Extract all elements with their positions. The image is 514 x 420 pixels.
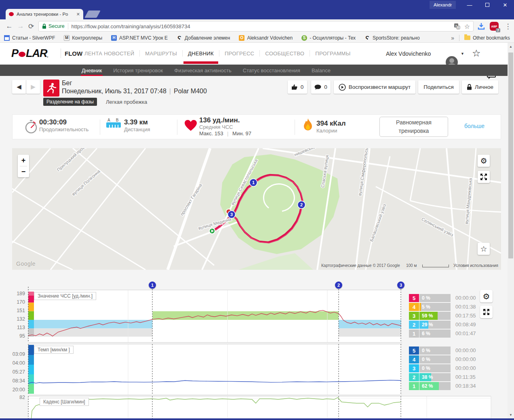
user-name[interactable]: Alex Vdovichenko — [386, 50, 431, 57]
google-logo[interactable]: Google — [16, 260, 36, 267]
bookmark-item-1[interactable]: MКонтроллеры — [64, 35, 102, 41]
refresh-button[interactable]: ⟳ — [26, 21, 36, 32]
hr-ytick: 189 — [11, 291, 25, 296]
session-device: Polar M400 — [174, 88, 207, 94]
bookmark-label: Добавление элемен — [185, 35, 230, 41]
play-circle-icon — [339, 84, 346, 91]
adblock-plus-icon[interactable]: ABP 7 — [490, 22, 499, 31]
replay-route-button[interactable]: Воспроизвести маршрут — [334, 80, 415, 94]
training-benefit-button[interactable]: Равномерная тренировка — [379, 117, 448, 137]
polar-nav-маршруты[interactable]: МАРШРУТЫ — [140, 43, 182, 64]
polar-logo[interactable]: P LAR . — [11, 47, 48, 60]
session-date-text: Понедельник, Июль 31, 2017 07:48 — [62, 88, 166, 94]
share-button[interactable]: Поделиться — [418, 80, 459, 94]
bookmark-item-5[interactable]: S- Осцилляторы - Тех — [301, 35, 356, 41]
private-button[interactable]: Личное — [462, 80, 498, 94]
phase-marker-1[interactable]: 1 — [149, 281, 156, 289]
pace-zone-row: 238 %00:11:35 — [409, 373, 480, 381]
scrollbar-thumb[interactable] — [508, 52, 513, 258]
forward-button[interactable]: → — [15, 21, 26, 32]
subnav-статус-восстановления[interactable]: Статус восстановления — [237, 65, 306, 76]
phased-target-chip: Разделение на фазы — [43, 98, 97, 106]
point-b-label: B — [116, 118, 124, 122]
phase-marker-2[interactable]: 2 — [335, 281, 342, 289]
heart-icon — [184, 120, 197, 132]
pace-zones-panel: 50 %00:00:0040 %00:00:0030 %00:00:00238 … — [409, 346, 480, 391]
svg-text:2: 2 — [300, 202, 303, 207]
previous-session-button[interactable]: ◀ — [12, 80, 26, 94]
more-link[interactable]: больше — [464, 123, 485, 129]
map-settings-button[interactable]: ⚙ — [478, 155, 490, 167]
map-zoom-control: + − — [18, 155, 29, 177]
tab-close-icon[interactable]: ✕ — [76, 12, 80, 17]
polar-nav-программы[interactable]: ПРОГРАММЫ — [310, 43, 356, 64]
browser-tab[interactable]: Анализ тренировки - Po ✕ — [6, 9, 83, 19]
replay-route-label: Воспроизвести маршрут — [349, 84, 411, 90]
scrollbar-down-arrow[interactable]: ▼ — [508, 412, 514, 418]
bookmark-item-3[interactable]: ϚДобавление элемен — [177, 35, 230, 41]
share-label: Поделиться — [423, 84, 454, 90]
chart-fullscreen-button[interactable] — [480, 306, 493, 318]
scrollbar-up-arrow[interactable]: ▲ — [508, 44, 514, 49]
bookmarks-bar: Статьи - SilverWPFMКонтроллерыHASP.NET M… — [0, 33, 514, 43]
bookmark-item-6[interactable]: ϚSportsStore: реально — [364, 35, 420, 41]
translate-icon[interactable]: a 文 — [454, 23, 460, 29]
chart-settings-button[interactable]: ⚙ — [480, 290, 493, 302]
bookmark-star-icon[interactable]: ☆ — [464, 23, 470, 30]
map-favorite-button[interactable]: ☆ — [478, 243, 490, 255]
subnav-физическая-активность[interactable]: Физическая активность — [169, 65, 237, 76]
date-device-separator: | — [166, 88, 174, 94]
map-fullscreen-button[interactable] — [478, 171, 490, 183]
zone-number-chip: 1 — [409, 382, 419, 390]
polar-nav-прогресс[interactable]: ПРОГРЕСС — [219, 43, 259, 64]
address-bar[interactable]: Secure https://flow.polar.com/training/a… — [38, 21, 474, 32]
zone-time: 00:01:38 — [455, 304, 476, 310]
zone-time: 00:00:00 — [455, 365, 476, 371]
extension-download-icon[interactable] — [477, 22, 486, 31]
pace-ytick: 03:09 — [11, 351, 25, 357]
bookmark-label: SportsStore: реально — [373, 35, 420, 41]
polar-nav-лента-новостей[interactable]: ЛЕНТА НОВОСТЕЙ — [79, 43, 139, 64]
window-close-button[interactable]: ✕ — [496, 0, 514, 10]
bookmark-item-4[interactable]: OAleksandr Vdovichen — [239, 35, 293, 41]
subnav-balance[interactable]: Balance — [306, 65, 336, 76]
hr-ytick: 151 — [11, 308, 25, 313]
polar-nav-дневник[interactable]: ДНЕВНИК — [183, 43, 219, 64]
zone-number-chip: 3 — [409, 312, 419, 320]
bookmark-item-2[interactable]: HASP.NET MVC Урок Е — [111, 35, 168, 41]
avg-hr-value: 136 уд./мин. — [199, 116, 240, 124]
phase-marker-3[interactable]: 3 — [397, 281, 404, 289]
zone-fill — [419, 303, 421, 311]
subnav-дневник[interactable]: Дневник — [76, 65, 107, 76]
abp-badge: 7 — [496, 28, 500, 32]
zone-time: 00:18:34 — [455, 383, 476, 389]
svg-text:3: 3 — [230, 212, 233, 217]
user-menu-chevron-down-icon[interactable]: ▼ — [461, 52, 464, 56]
stopwatch-icon — [25, 120, 38, 134]
route-map[interactable]: Прилуцький провулоквулиця Полігоннапросп… — [12, 148, 501, 270]
pace-ytick: 04:00 — [11, 360, 25, 366]
like-button[interactable]: 0 — [288, 80, 307, 94]
window-maximize-button[interactable] — [478, 0, 496, 10]
zone-time: 00:08:49 — [455, 321, 476, 328]
map-zoom-out-button[interactable]: − — [21, 166, 26, 177]
bookmarks-overflow-chevron[interactable]: » — [451, 35, 454, 41]
chrome-menu-icon[interactable]: ⋮ — [503, 21, 513, 32]
hr-zone-row: 359 %00:17:55 — [409, 312, 480, 320]
comment-button[interactable]: 0 — [311, 80, 331, 94]
hr-chart-legend: Значение ЧСС [уд./мин.] — [34, 292, 96, 300]
bookmark-item-0[interactable]: Статьи - SilverWPF — [4, 35, 55, 41]
stats-divider — [100, 120, 100, 135]
subnav-история-тренировок[interactable]: История тренировок — [107, 65, 169, 76]
back-button[interactable]: ← — [4, 21, 15, 32]
map-terms-link[interactable]: Условия использования — [453, 263, 498, 268]
hr-zone-row: 50 %00:00:00 — [409, 294, 480, 302]
window-minimize-button[interactable]: — — [461, 0, 478, 10]
pace-ytick: 08:34 — [11, 378, 25, 384]
map-zoom-in-button[interactable]: + — [21, 155, 26, 166]
next-session-button[interactable]: ▶ — [26, 80, 40, 94]
other-bookmarks-label[interactable]: Other bookmarks — [473, 35, 510, 41]
favorite-star-icon[interactable]: ☆ — [472, 48, 481, 59]
distance-label: Дистанция — [124, 126, 150, 132]
polar-nav-сообщество[interactable]: СООБЩЕСТВО — [260, 43, 310, 64]
